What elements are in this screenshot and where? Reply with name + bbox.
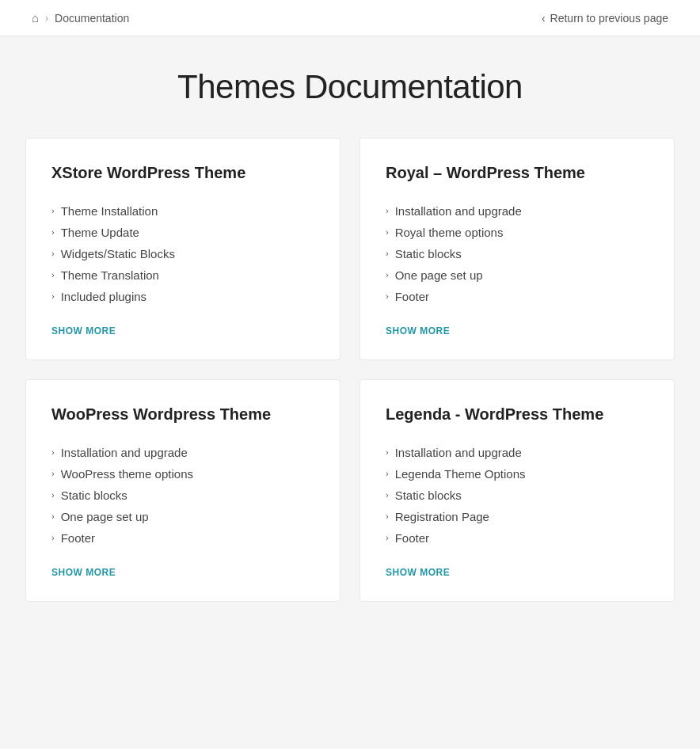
card-royal-show-more[interactable]: SHOW MORE xyxy=(386,325,450,336)
chevron-right-icon: › xyxy=(51,470,55,478)
breadcrumb: ⌂ › Documentation xyxy=(32,11,129,25)
card-royal-link-1[interactable]: Royal theme options xyxy=(395,226,504,239)
chevron-right-icon: › xyxy=(386,448,389,457)
cards-grid: XStore WordPress Theme›Theme Installatio… xyxy=(25,138,675,602)
card-xstore-link-2[interactable]: Widgets/Static Blocks xyxy=(61,247,175,260)
card-legenda-link-4[interactable]: Footer xyxy=(395,531,429,545)
card-woopress-links: ›Installation and upgrade›WooPress theme… xyxy=(51,442,314,549)
card-legenda-title: Legenda - WordPress Theme xyxy=(386,404,649,424)
list-item: ›Footer xyxy=(386,286,649,307)
list-item: ›Installation and upgrade xyxy=(51,442,314,463)
chevron-right-icon: › xyxy=(386,228,389,237)
list-item: ›WooPress theme options xyxy=(51,463,314,485)
card-royal-link-3[interactable]: One page set up xyxy=(395,268,483,282)
card-woopress: WooPress Wordpress Theme›Installation an… xyxy=(25,379,340,602)
card-legenda-links: ›Installation and upgrade›Legenda Theme … xyxy=(386,442,649,549)
card-legenda-link-1[interactable]: Legenda Theme Options xyxy=(395,467,526,481)
chevron-right-icon: › xyxy=(386,207,389,215)
card-xstore: XStore WordPress Theme›Theme Installatio… xyxy=(25,138,340,360)
chevron-right-icon: › xyxy=(51,249,55,258)
chevron-right-icon: › xyxy=(51,207,55,215)
list-item: ›Royal theme options xyxy=(386,222,649,243)
list-item: ›Widgets/Static Blocks xyxy=(51,243,314,264)
list-item: ›Legenda Theme Options xyxy=(386,463,649,485)
return-chevron-icon: ‹ xyxy=(542,12,546,25)
card-royal-link-0[interactable]: Installation and upgrade xyxy=(395,204,522,218)
list-item: ›Footer xyxy=(51,527,314,549)
breadcrumb-separator: › xyxy=(45,13,48,24)
card-xstore-link-0[interactable]: Theme Installation xyxy=(61,204,158,218)
return-link[interactable]: ‹ Return to previous page xyxy=(542,12,668,25)
list-item: ›Theme Update xyxy=(51,222,314,243)
list-item: ›One page set up xyxy=(51,506,314,527)
home-icon[interactable]: ⌂ xyxy=(32,11,39,25)
card-woopress-link-4[interactable]: Footer xyxy=(61,531,95,545)
card-woopress-link-0[interactable]: Installation and upgrade xyxy=(61,446,188,459)
return-link-text: Return to previous page xyxy=(550,12,668,25)
card-royal-title: Royal – WordPress Theme xyxy=(386,162,649,183)
list-item: ›Theme Installation xyxy=(51,200,314,222)
chevron-right-icon: › xyxy=(51,292,55,301)
chevron-right-icon: › xyxy=(51,271,55,279)
card-woopress-show-more[interactable]: SHOW MORE xyxy=(51,567,116,578)
breadcrumb-bar: ⌂ › Documentation ‹ Return to previous p… xyxy=(0,0,700,36)
chevron-right-icon: › xyxy=(51,512,55,521)
list-item: ›Installation and upgrade xyxy=(386,442,649,463)
list-item: ›Installation and upgrade xyxy=(386,200,649,222)
card-xstore-title: XStore WordPress Theme xyxy=(51,162,314,183)
chevron-right-icon: › xyxy=(51,534,55,542)
chevron-right-icon: › xyxy=(386,491,389,500)
list-item: ›Static blocks xyxy=(386,485,649,506)
list-item: ›Static blocks xyxy=(51,485,314,506)
card-woopress-link-2[interactable]: Static blocks xyxy=(61,489,127,502)
chevron-right-icon: › xyxy=(386,470,389,478)
card-legenda: Legenda - WordPress Theme›Installation a… xyxy=(360,379,675,602)
chevron-right-icon: › xyxy=(51,491,55,500)
card-royal-links: ›Installation and upgrade›Royal theme op… xyxy=(386,200,649,307)
chevron-right-icon: › xyxy=(51,228,55,237)
card-xstore-link-1[interactable]: Theme Update xyxy=(61,226,139,239)
card-royal-link-2[interactable]: Static blocks xyxy=(395,247,462,260)
card-legenda-link-3[interactable]: Registration Page xyxy=(395,510,489,523)
breadcrumb-current: Documentation xyxy=(55,12,129,25)
page-title: Themes Documentation xyxy=(25,68,675,106)
card-legenda-link-0[interactable]: Installation and upgrade xyxy=(395,446,522,459)
chevron-right-icon: › xyxy=(386,512,389,521)
card-legenda-show-more[interactable]: SHOW MORE xyxy=(386,567,450,578)
list-item: ›Registration Page xyxy=(386,506,649,527)
card-royal-link-4[interactable]: Footer xyxy=(395,290,429,303)
card-woopress-title: WooPress Wordpress Theme xyxy=(51,404,314,424)
card-xstore-link-3[interactable]: Theme Translation xyxy=(61,268,159,282)
chevron-right-icon: › xyxy=(51,448,55,457)
list-item: ›Static blocks xyxy=(386,243,649,264)
chevron-right-icon: › xyxy=(386,292,389,301)
card-woopress-link-1[interactable]: WooPress theme options xyxy=(61,467,193,481)
chevron-right-icon: › xyxy=(386,249,389,258)
chevron-right-icon: › xyxy=(386,534,389,542)
card-royal: Royal – WordPress Theme›Installation and… xyxy=(360,138,675,360)
card-legenda-link-2[interactable]: Static blocks xyxy=(395,489,462,502)
list-item: ›Theme Translation xyxy=(51,264,314,286)
list-item: ›Footer xyxy=(386,527,649,549)
card-xstore-link-4[interactable]: Included plugins xyxy=(61,290,146,303)
card-xstore-links: ›Theme Installation›Theme Update›Widgets… xyxy=(51,200,314,307)
page-content: Themes Documentation XStore WordPress Th… xyxy=(10,36,690,649)
list-item: ›One page set up xyxy=(386,264,649,286)
card-xstore-show-more[interactable]: SHOW MORE xyxy=(51,325,116,336)
card-woopress-link-3[interactable]: One page set up xyxy=(61,510,149,523)
chevron-right-icon: › xyxy=(386,271,389,279)
list-item: ›Included plugins xyxy=(51,286,314,307)
